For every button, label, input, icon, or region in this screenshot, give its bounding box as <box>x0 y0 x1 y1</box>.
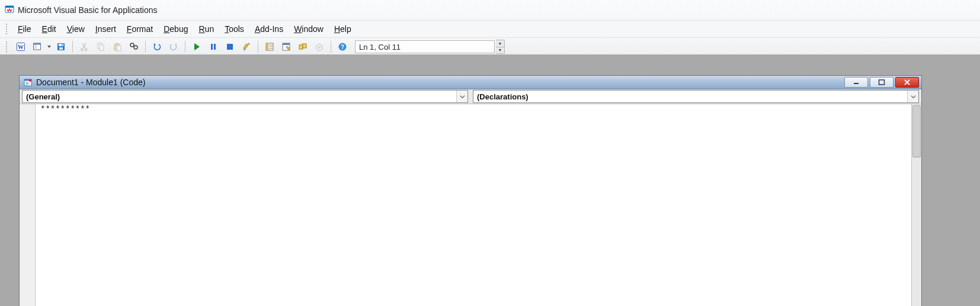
line-col-spinner[interactable]: ▲ ▼ <box>496 40 505 54</box>
menu-view[interactable]: View <box>62 22 89 36</box>
svg-rect-18 <box>117 46 121 51</box>
vertical-scrollbar[interactable] <box>911 104 921 306</box>
toolbar-separator <box>258 41 258 53</box>
toolbar: W <box>0 38 980 56</box>
paste-icon[interactable] <box>110 39 125 54</box>
help-icon[interactable]: ? <box>335 39 350 54</box>
minimize-button[interactable] <box>844 77 868 88</box>
maximize-button[interactable] <box>870 77 893 88</box>
code-line: ********** <box>40 105 90 114</box>
view-word-icon[interactable]: W <box>13 39 28 54</box>
app-title: Microsoft Visual Basic for Applications <box>18 5 158 15</box>
line-col-text: Ln 1, Col 11 <box>359 43 401 51</box>
svg-rect-15 <box>100 45 104 50</box>
undo-icon[interactable] <box>149 39 165 54</box>
code-window-combo-row: (General) (Declarations) <box>20 89 921 104</box>
copy-icon[interactable] <box>93 39 108 54</box>
menu-window[interactable]: Window <box>289 22 328 36</box>
menu-tools[interactable]: Tools <box>220 22 249 36</box>
code-window: Document1 - Module1 (Code) (General) <box>19 75 922 306</box>
svg-point-12 <box>81 49 84 51</box>
svg-point-36 <box>319 47 320 49</box>
properties-window-icon[interactable] <box>278 39 294 54</box>
menu-file[interactable]: File <box>13 22 36 36</box>
menu-insert[interactable]: Insert <box>91 22 121 36</box>
svg-rect-22 <box>211 44 213 50</box>
svg-rect-23 <box>214 44 216 50</box>
menu-run[interactable]: Run <box>194 22 219 36</box>
code-window-titlebar[interactable]: Document1 - Module1 (Code) <box>20 76 921 89</box>
find-icon[interactable] <box>126 39 142 54</box>
menu-help[interactable]: Help <box>329 22 356 36</box>
menu-debug[interactable]: Debug <box>159 22 193 36</box>
insert-userform-icon[interactable] <box>30 39 45 54</box>
svg-point-41 <box>29 79 31 82</box>
svg-rect-10 <box>59 47 63 50</box>
design-mode-icon[interactable] <box>239 39 254 54</box>
svg-rect-11 <box>62 44 63 46</box>
save-icon[interactable] <box>53 39 69 54</box>
close-button[interactable] <box>895 77 919 88</box>
svg-rect-5 <box>34 43 41 45</box>
svg-rect-27 <box>266 43 268 50</box>
spinner-down-icon[interactable]: ▼ <box>496 47 504 54</box>
cut-icon[interactable] <box>76 39 92 54</box>
app-title-bar: Microsoft Visual Basic for Applications <box>0 0 980 21</box>
toolbar-separator <box>185 41 185 53</box>
code-editor[interactable]: ********** <box>36 104 911 306</box>
toolbar-separator <box>72 41 73 53</box>
svg-point-13 <box>85 49 88 51</box>
code-window-title: Document1 - Module1 (Code) <box>36 78 841 87</box>
run-icon[interactable] <box>189 39 204 54</box>
mdi-client-area: Document1 - Module1 (Code) (General) <box>0 54 980 306</box>
svg-text:?: ? <box>341 44 344 50</box>
spinner-up-icon[interactable]: ▲ <box>496 40 504 47</box>
svg-rect-7 <box>34 47 37 49</box>
menu-gripper[interactable] <box>6 24 9 34</box>
project-explorer-icon[interactable] <box>262 39 277 54</box>
margin-indicator-bar[interactable] <box>20 104 36 306</box>
toolbar-separator <box>145 41 146 53</box>
object-combo-value: (General) <box>23 92 456 101</box>
module-icon <box>23 78 33 87</box>
reset-icon[interactable] <box>222 39 238 54</box>
line-col-indicator: Ln 1, Col 11 <box>355 40 495 53</box>
svg-rect-1 <box>5 6 14 8</box>
procedure-combo-value: (Declarations) <box>473 92 907 101</box>
redo-icon[interactable] <box>166 39 181 54</box>
toolbar-separator <box>331 41 331 53</box>
svg-rect-24 <box>227 44 233 50</box>
svg-text:W: W <box>18 44 24 50</box>
object-combo[interactable]: (General) <box>22 90 468 103</box>
insert-dropdown-icon[interactable] <box>46 40 52 54</box>
toolbox-icon[interactable] <box>312 39 327 54</box>
svg-rect-17 <box>116 43 119 45</box>
break-icon[interactable] <box>206 39 221 54</box>
object-browser-icon[interactable] <box>295 39 310 54</box>
code-window-body: ********** <box>20 104 921 306</box>
menu-edit[interactable]: Edit <box>37 22 61 36</box>
svg-rect-43 <box>879 80 885 85</box>
svg-rect-34 <box>303 44 306 48</box>
scrollbar-thumb[interactable] <box>912 105 921 157</box>
menu-format[interactable]: Format <box>122 22 158 36</box>
svg-rect-6 <box>34 46 37 47</box>
svg-rect-42 <box>854 83 859 84</box>
svg-rect-25 <box>244 49 245 50</box>
menu-addins[interactable]: Add-Ins <box>250 22 288 36</box>
toolbar-gripper[interactable] <box>6 41 9 52</box>
svg-rect-33 <box>299 45 303 49</box>
svg-rect-9 <box>59 44 63 46</box>
chevron-down-icon[interactable] <box>456 91 467 102</box>
menu-bar: File Edit View Insert Format Debug Run T… <box>0 21 980 38</box>
procedure-combo[interactable]: (Declarations) <box>473 90 919 103</box>
svg-rect-32 <box>283 43 290 45</box>
chevron-down-icon[interactable] <box>907 91 918 102</box>
app-icon <box>5 5 14 16</box>
svg-point-35 <box>301 44 303 46</box>
